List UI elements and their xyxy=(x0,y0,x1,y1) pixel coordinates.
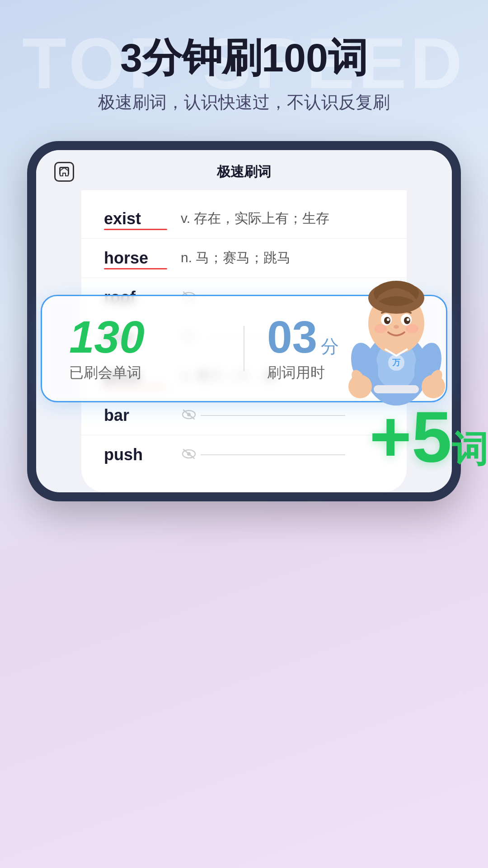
plus-badge: +5 xyxy=(370,401,452,473)
svg-point-29 xyxy=(387,318,389,321)
svg-point-30 xyxy=(407,318,409,321)
learned-stat: 130 已刷会单词 xyxy=(69,314,221,383)
word-hidden xyxy=(181,408,345,423)
word-english: bar xyxy=(104,406,167,425)
phone-title: 极速刷词 xyxy=(217,163,271,181)
stat-divider xyxy=(244,326,244,371)
word-english: push xyxy=(104,445,167,464)
svg-text:万: 万 xyxy=(392,358,401,367)
character-svg: 万 xyxy=(333,265,460,410)
character-illustration: 万 xyxy=(333,265,460,410)
word-english: horse xyxy=(104,249,167,268)
svg-rect-14 xyxy=(374,385,419,393)
learned-count: 130 xyxy=(69,314,221,359)
phone-header: 极速刷词 xyxy=(36,150,452,190)
hero-section: 3分钟刷100词 极速刷词，认识快速过，不认识反复刷 xyxy=(0,0,488,114)
hidden-line xyxy=(201,415,345,416)
learned-label: 已刷会单词 xyxy=(69,363,221,383)
eye-icon xyxy=(181,448,197,462)
hero-title: 3分钟刷100词 xyxy=(0,36,488,80)
svg-point-32 xyxy=(374,324,387,333)
word-chinese: n. 马；赛马；跳马 xyxy=(181,249,384,267)
word-row: push xyxy=(81,435,407,474)
plus-badge-container: +5 词 xyxy=(370,401,488,474)
word-english: exist xyxy=(104,209,167,228)
hidden-line xyxy=(201,454,345,455)
word-chinese: v. 存在，实际上有；生存 xyxy=(181,209,384,228)
stats-card: 130 已刷会单词 03分 刷词用时 xyxy=(41,295,447,402)
eye-icon xyxy=(181,408,197,423)
word-hidden xyxy=(181,448,345,462)
phone-mockup-container: 极速刷词 existv. 存在，实际上有；生存horsen. 马；赛马；跳马ro… xyxy=(27,141,461,501)
home-icon[interactable] xyxy=(54,162,74,182)
svg-point-33 xyxy=(406,324,418,333)
plus-badge-unit: 词 xyxy=(452,425,488,474)
hero-subtitle: 极速刷词，认识快速过，不认识反复刷 xyxy=(0,91,488,114)
svg-point-31 xyxy=(394,325,399,329)
word-row: existv. 存在，实际上有；生存 xyxy=(81,199,407,239)
